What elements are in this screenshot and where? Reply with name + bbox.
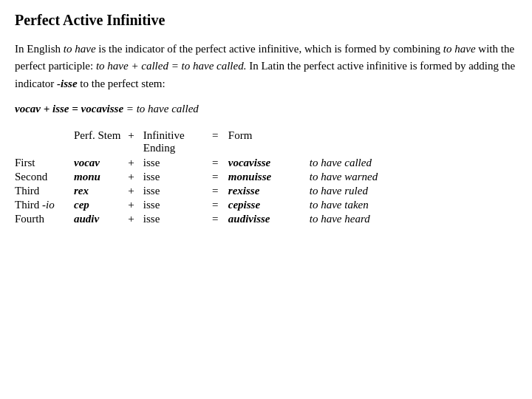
row-stem: cep xyxy=(74,198,128,212)
row-ending: isse xyxy=(143,170,210,184)
row-form: rexisse xyxy=(228,184,302,198)
row-plus: + xyxy=(128,170,143,184)
formula-line: vocav + isse = vocavisse = to have calle… xyxy=(15,103,517,115)
header-meaning-blank xyxy=(302,129,385,156)
row-ending: isse xyxy=(143,212,210,226)
row-meaning: to have warned xyxy=(302,170,385,184)
row-meaning: to have ruled xyxy=(302,184,385,198)
row-stem: monu xyxy=(74,170,128,184)
row-ending: isse xyxy=(143,198,210,212)
row-stem: rex xyxy=(74,184,128,198)
header-plus: + xyxy=(128,129,143,156)
row-form: monuisse xyxy=(228,170,302,184)
row-stem: audiv xyxy=(74,212,128,226)
row-ending: isse xyxy=(143,184,210,198)
row-label: Third xyxy=(15,184,74,198)
row-plus: + xyxy=(128,184,143,198)
page-title: Perfect Active Infinitive xyxy=(15,12,517,29)
row-meaning: to have taken xyxy=(302,198,385,212)
row-label: First xyxy=(15,156,74,170)
row-form: audivisse xyxy=(228,212,302,226)
row-form: cepisse xyxy=(228,198,302,212)
header-equals: = xyxy=(210,129,228,156)
row-label: Second xyxy=(15,170,74,184)
row-label: Fourth xyxy=(15,212,74,226)
conjugation-table: Perf. Stem + InfinitiveEnding = Form Fir… xyxy=(15,129,385,226)
intro-paragraph: In English to have is the indicator of t… xyxy=(15,41,517,92)
header-infinitive: InfinitiveEnding xyxy=(143,129,210,156)
row-label: Third -io xyxy=(15,198,74,212)
row-meaning: to have called xyxy=(302,156,385,170)
row-plus: + xyxy=(128,198,143,212)
table-row: Thirdrex+isse=rexisseto have ruled xyxy=(15,184,385,198)
row-plus: + xyxy=(128,212,143,226)
table-row: Firstvocav+isse=vocavisseto have called xyxy=(15,156,385,170)
table-row: Third -iocep+isse=cepisseto have taken xyxy=(15,198,385,212)
row-ending: isse xyxy=(143,156,210,170)
row-meaning: to have heard xyxy=(302,212,385,226)
table-row: Secondmonu+isse=monuisseto have warned xyxy=(15,170,385,184)
header-blank xyxy=(15,129,74,156)
row-equals: = xyxy=(210,156,228,170)
row-equals: = xyxy=(210,184,228,198)
row-equals: = xyxy=(210,170,228,184)
header-form: Form xyxy=(228,129,302,156)
row-plus: + xyxy=(128,156,143,170)
row-form: vocavisse xyxy=(228,156,302,170)
row-equals: = xyxy=(210,198,228,212)
row-stem: vocav xyxy=(74,156,128,170)
header-perf-stem: Perf. Stem xyxy=(74,129,128,156)
row-equals: = xyxy=(210,212,228,226)
table-row: Fourthaudiv+isse=audivisseto have heard xyxy=(15,212,385,226)
